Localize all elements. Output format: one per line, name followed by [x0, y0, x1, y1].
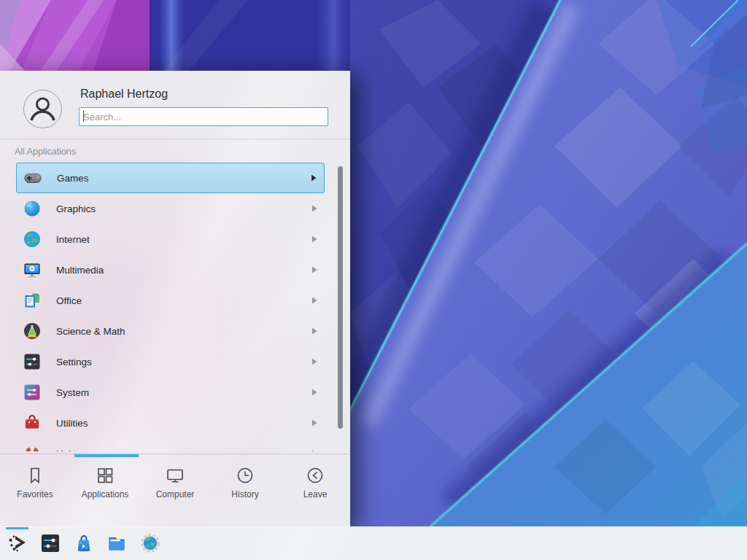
category-list: Games Graphics: [16, 163, 325, 451]
category-graphics[interactable]: Graphics: [16, 193, 325, 224]
category-multimedia[interactable]: Multimedia: [16, 254, 325, 285]
category-games[interactable]: Games: [16, 163, 325, 193]
active-tab-indicator: [74, 454, 139, 457]
user-name: Raphael Hertzog: [80, 88, 168, 101]
category-settings[interactable]: Settings: [16, 346, 325, 377]
graphics-ball-icon: [23, 199, 42, 218]
scrollbar[interactable]: [338, 166, 343, 429]
category-internet[interactable]: Internet: [16, 224, 325, 254]
application-launcher: Raphael Hertzog All Applications Games: [0, 71, 350, 526]
desktop: Raphael Hertzog All Applications Games: [0, 0, 747, 560]
multimedia-monitor-icon: [23, 260, 42, 279]
chevron-right-icon: [311, 205, 317, 212]
taskbar: ES 7:03 PM 4/24/21: [0, 526, 747, 560]
tab-computer[interactable]: Computer: [140, 462, 210, 509]
category-label: System: [56, 387, 89, 398]
leave-icon: [305, 465, 325, 486]
tab-label: Leave: [303, 489, 328, 499]
tab-label: Applications: [82, 489, 129, 499]
kde-kickoff-icon[interactable]: [7, 533, 28, 553]
folder-icon[interactable]: [107, 533, 127, 553]
category-label: Utilities: [56, 418, 88, 429]
system-sliders-icon: [23, 383, 42, 402]
header-divider: [0, 139, 350, 139]
launcher-active-indicator: [6, 527, 28, 529]
computer-icon: [165, 465, 185, 486]
category-science-math[interactable]: Science & Math: [16, 316, 325, 346]
chevron-right-icon: [311, 358, 317, 365]
bookmark-icon: [25, 465, 45, 486]
settings-sliders-icon: [23, 352, 42, 371]
user-avatar-icon[interactable]: [23, 90, 62, 128]
category-help[interactable]: Help: [16, 438, 325, 451]
text-cursor: [83, 111, 84, 122]
chevron-right-icon: [311, 419, 317, 427]
tab-label: Favorites: [17, 489, 53, 499]
chevron-right-icon: [311, 450, 317, 451]
category-label: Internet: [56, 234, 90, 245]
category-utilities[interactable]: Utilities: [16, 408, 325, 438]
grid-icon: [95, 465, 115, 486]
chevron-right-icon: [311, 266, 317, 273]
category-label: Settings: [56, 357, 92, 368]
category-label: Science & Math: [56, 326, 125, 337]
tab-history[interactable]: History: [210, 462, 280, 509]
search-input[interactable]: [79, 107, 328, 126]
gamepad-icon: [23, 168, 42, 187]
tab-applications[interactable]: Applications: [70, 462, 140, 509]
tab-leave[interactable]: Leave: [280, 462, 350, 509]
science-flask-icon: [23, 322, 42, 341]
discover-bag-icon[interactable]: [74, 533, 94, 553]
tab-label: Computer: [156, 489, 195, 499]
category-label: Multimedia: [56, 265, 104, 276]
internet-globe-icon: [23, 230, 42, 249]
launcher-tab-bar: Favorites Applications Computer: [0, 462, 350, 509]
chevron-right-icon: [311, 236, 317, 243]
chevron-right-icon: [311, 297, 317, 304]
utilities-toolbox-icon: [23, 413, 42, 432]
category-system[interactable]: System: [16, 377, 325, 408]
system-settings-icon[interactable]: [40, 533, 61, 553]
tab-favorites[interactable]: Favorites: [0, 462, 70, 509]
category-label: Help: [56, 448, 77, 452]
category-label: Games: [57, 173, 89, 184]
footer-divider: [0, 454, 350, 454]
chevron-right-icon: [311, 327, 317, 335]
category-office[interactable]: Office: [16, 285, 325, 316]
help-lifebuoy-icon: [23, 444, 42, 451]
category-label: Office: [56, 295, 82, 306]
category-label: Graphics: [56, 203, 96, 214]
chevron-right-icon: [311, 174, 317, 182]
globe-gear-icon[interactable]: [140, 533, 160, 553]
tab-label: History: [231, 489, 258, 499]
section-label: All Applications: [15, 147, 76, 157]
chevron-right-icon: [311, 389, 317, 396]
clock-icon: [235, 465, 255, 486]
office-documents-icon: [23, 291, 42, 310]
